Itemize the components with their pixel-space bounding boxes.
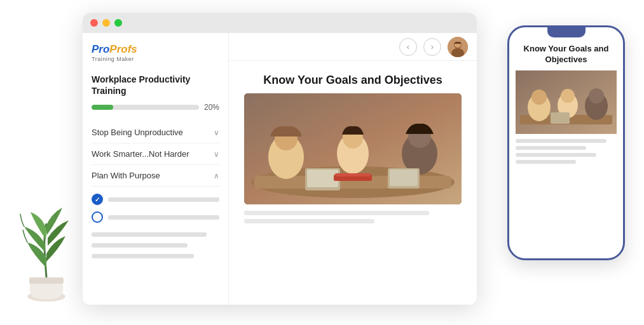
menu-item-label: Plan With Purpose (92, 171, 160, 180)
browser-titlebar (83, 13, 477, 33)
lesson-image-svg (244, 93, 462, 204)
main-content: ‹ › (229, 33, 477, 305)
placeholder-bar (92, 232, 207, 237)
forward-button[interactable]: › (423, 38, 441, 56)
back-icon: ‹ (407, 42, 409, 51)
svg-rect-1 (29, 277, 64, 284)
back-button[interactable]: ‹ (399, 38, 417, 56)
browser-window: ProProfs Training Maker Workplace Produc… (83, 13, 477, 305)
avatar[interactable] (448, 37, 468, 57)
content-bar (244, 211, 429, 215)
scene: ProProfs Training Maker Workplace Produc… (0, 0, 644, 325)
menu-item-label: Work Smarter...Not Harder (92, 149, 189, 159)
close-button[interactable] (90, 19, 98, 27)
svg-rect-21 (335, 173, 371, 176)
sidebar: ProProfs Training Maker Workplace Produc… (83, 33, 229, 305)
chevron-up-icon: ∧ (214, 171, 219, 180)
phone-content: Know Your Goals and Objectives (509, 37, 623, 258)
maximize-button[interactable] (114, 19, 122, 27)
progress-bar-background (92, 105, 199, 110)
svg-rect-13 (307, 169, 338, 187)
menu-item-label: Stop Being Unproductive (92, 128, 183, 137)
logo-pro: Pro (92, 43, 109, 56)
phone-bar (516, 146, 586, 150)
avatar-image (448, 37, 468, 57)
unchecked-circle-icon (92, 211, 103, 223)
svg-point-28 (561, 89, 575, 103)
phone-bar (516, 139, 606, 143)
lesson-content-bars (244, 211, 462, 223)
progress-bar-wrap: 20% (92, 103, 219, 112)
phone-bar (516, 153, 596, 157)
svg-point-26 (531, 90, 547, 105)
phone-mockup: Know Your Goals and Objectives (507, 25, 625, 260)
logo: ProProfs Training Maker (92, 43, 219, 62)
placeholder-bar (92, 243, 188, 248)
lesson-area: Know Your Goals and Objectives (229, 61, 477, 236)
course-title: Workplace Productivity Training (92, 74, 219, 96)
sub-item-bar (108, 215, 219, 220)
logo-subtitle: Training Maker (92, 56, 219, 62)
sub-item-bar (108, 197, 219, 202)
phone-content-bars (516, 139, 617, 164)
logo-profs: Profs (109, 43, 137, 56)
chevron-down-icon: ∨ (214, 150, 219, 159)
sub-item-2[interactable] (92, 208, 219, 226)
forward-icon: › (431, 42, 434, 51)
lesson-image (244, 93, 462, 204)
main-topbar: ‹ › (229, 33, 477, 61)
svg-rect-19 (390, 169, 418, 186)
phone-notch (547, 27, 586, 37)
menu-item-work-smarter[interactable]: Work Smarter...Not Harder ∨ (92, 143, 219, 165)
progress-bar-fill (92, 105, 113, 110)
phone-image-svg (516, 70, 617, 134)
check-icon (92, 194, 103, 205)
plant-decoration (11, 179, 81, 306)
svg-rect-31 (551, 112, 570, 124)
chevron-down-icon: ∨ (214, 128, 219, 137)
progress-percent: 20% (204, 103, 219, 112)
sub-item-1[interactable] (92, 190, 219, 208)
sub-items (92, 187, 219, 229)
lesson-title: Know Your Goals and Objectives (244, 74, 462, 87)
phone-bar (516, 160, 576, 164)
content-bar (244, 219, 374, 223)
phone-lesson-image (516, 70, 617, 134)
logo-text: ProProfs (92, 43, 219, 56)
menu-item-plan-with-purpose[interactable]: Plan With Purpose ∧ (92, 165, 219, 187)
svg-point-30 (589, 88, 604, 103)
minimize-button[interactable] (102, 19, 110, 27)
menu-item-stop-being-unproductive[interactable]: Stop Being Unproductive ∨ (92, 122, 219, 143)
browser-content: ProProfs Training Maker Workplace Produc… (83, 33, 477, 305)
phone-lesson-title: Know Your Goals and Objectives (516, 44, 617, 65)
placeholder-bar (92, 254, 194, 258)
